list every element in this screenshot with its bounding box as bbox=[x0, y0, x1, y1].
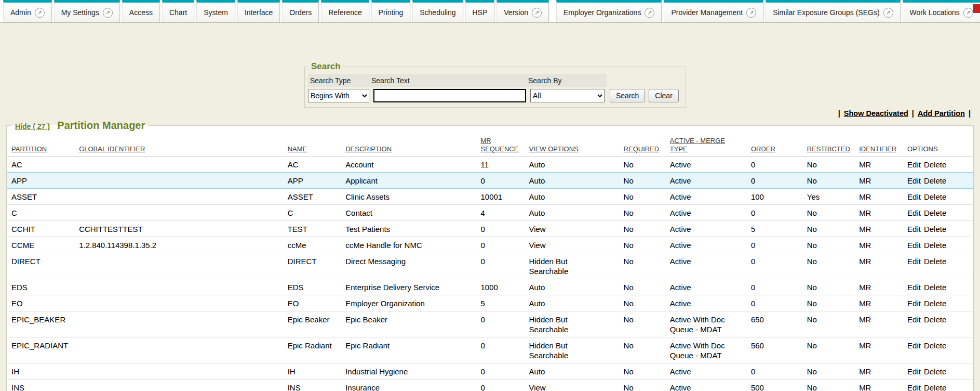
col-header-required[interactable]: REQUIRED bbox=[620, 133, 666, 157]
search-by-select[interactable]: All bbox=[530, 89, 605, 102]
col-header-restricted[interactable]: RESTRICTED bbox=[803, 133, 855, 157]
table-row-cchit[interactable]: CCHITCCHITTESTTESTTESTTest Patients0View… bbox=[7, 221, 973, 237]
col-header-name[interactable]: NAME bbox=[284, 133, 342, 157]
cell-text: Auto bbox=[529, 160, 545, 170]
delete-link[interactable]: Delete bbox=[924, 241, 946, 250]
cell-identifier: MR bbox=[855, 337, 903, 363]
edit-link[interactable]: Edit bbox=[907, 176, 921, 185]
edit-link[interactable]: Edit bbox=[907, 341, 921, 350]
add-partition-link[interactable]: Add Partition bbox=[918, 109, 965, 118]
delete-link[interactable]: Delete bbox=[924, 341, 946, 350]
show-deactivated-link[interactable]: Show Deactivated bbox=[844, 109, 908, 118]
search-button[interactable]: Search bbox=[610, 89, 645, 102]
tab-printing[interactable]: Printing bbox=[371, 0, 410, 22]
popout-icon[interactable]: ↗ bbox=[883, 8, 893, 18]
tab-label: Similar Exposure Groups (SEGs) bbox=[773, 8, 879, 17]
delete-link[interactable]: Delete bbox=[924, 283, 946, 292]
tab-reference[interactable]: Reference bbox=[321, 0, 369, 22]
table-row-ih[interactable]: IHIHIndustrial Hygiene0AutoNoActive0NoMR… bbox=[7, 363, 973, 380]
popout-icon[interactable]: ↗ bbox=[532, 8, 542, 18]
table-row-ins[interactable]: INSINSInsurance0ViewNoActive500NoMREditD… bbox=[7, 380, 973, 391]
table-row-epic-beaker[interactable]: EPIC_BEAKEREpic BeakerEpic Beaker0Hidden… bbox=[7, 311, 973, 337]
clear-button[interactable]: Clear bbox=[649, 89, 678, 102]
hide-link[interactable]: Hide ( 27 ) bbox=[15, 122, 50, 131]
tab-chart[interactable]: Chart bbox=[162, 0, 194, 22]
table-row-eds[interactable]: EDSEDSEnterprise Delivery Service1000Aut… bbox=[7, 279, 973, 295]
cell-partition: CCME bbox=[7, 237, 75, 253]
delete-link[interactable]: Delete bbox=[924, 176, 946, 185]
search-type-select[interactable]: Begins With bbox=[308, 89, 369, 102]
cell-options: EditDelete bbox=[903, 237, 973, 253]
tab-system[interactable]: System bbox=[196, 0, 235, 22]
delete-link[interactable]: Delete bbox=[924, 160, 946, 169]
cell-order: 0 bbox=[747, 157, 803, 173]
cell-order: 650 bbox=[747, 311, 803, 337]
delete-link[interactable]: Delete bbox=[924, 208, 946, 217]
edit-link[interactable]: Edit bbox=[907, 299, 921, 308]
edit-link[interactable]: Edit bbox=[907, 283, 921, 292]
tab-admin[interactable]: Admin↗ bbox=[3, 0, 52, 22]
tab-label: Access bbox=[129, 8, 153, 17]
tab-employer-organizations[interactable]: Employer Organizations↗ bbox=[556, 0, 662, 22]
col-header-order[interactable]: ORDER bbox=[747, 133, 803, 157]
tab-label: HSP bbox=[473, 8, 488, 17]
delete-link[interactable]: Delete bbox=[924, 257, 946, 266]
edit-link[interactable]: Edit bbox=[907, 257, 921, 266]
table-row-app[interactable]: APPAPPApplicant0AutoNoActive0NoMREditDel… bbox=[7, 173, 973, 189]
cell-order: 560 bbox=[747, 337, 803, 363]
cell-active_merge_type: Active bbox=[666, 253, 747, 279]
partition-manager-header: Hide ( 27 ) Partition Manager bbox=[11, 120, 149, 132]
delete-link[interactable]: Delete bbox=[924, 383, 946, 391]
edit-link[interactable]: Edit bbox=[907, 160, 921, 169]
col-header-global-identifier[interactable]: GLOBAL IDENTIFIER bbox=[75, 133, 284, 157]
popout-icon[interactable]: ↗ bbox=[746, 8, 756, 18]
tab-my-settings[interactable]: My Settings↗ bbox=[54, 0, 120, 22]
delete-link[interactable]: Delete bbox=[924, 315, 946, 324]
tab-work-locations[interactable]: Work Locations↗ bbox=[903, 0, 980, 22]
popout-icon[interactable]: ↗ bbox=[103, 8, 113, 18]
table-row-direct[interactable]: DIRECTDIRECTDirect Messaging0Hidden But … bbox=[7, 253, 973, 279]
tab-scheduling[interactable]: Scheduling bbox=[412, 0, 463, 22]
delete-link[interactable]: Delete bbox=[924, 367, 946, 376]
col-header-view-options[interactable]: VIEW OPTIONS bbox=[525, 133, 619, 157]
cell-description: Clinic Assets bbox=[341, 189, 476, 205]
edit-link[interactable]: Edit bbox=[907, 225, 921, 233]
cell-text: Auto bbox=[529, 176, 545, 186]
tab-interface[interactable]: Interface bbox=[237, 0, 280, 22]
edit-link[interactable]: Edit bbox=[907, 241, 921, 250]
col-header-mr-sequence[interactable]: MR SEQUENCE bbox=[476, 133, 525, 157]
cell-required: No bbox=[620, 221, 666, 237]
cell-text: Active bbox=[670, 176, 691, 186]
delete-link[interactable]: Delete bbox=[924, 192, 946, 201]
col-header-identifier[interactable]: IDENTIFIER bbox=[855, 133, 903, 157]
edit-link[interactable]: Edit bbox=[907, 367, 921, 376]
popout-icon[interactable]: ↗ bbox=[35, 8, 45, 18]
delete-link[interactable]: Delete bbox=[924, 225, 946, 233]
col-header-partition[interactable]: PARTITION bbox=[7, 133, 75, 157]
delete-link[interactable]: Delete bbox=[924, 299, 946, 308]
tab-version[interactable]: Version↗ bbox=[496, 0, 549, 22]
tab-access[interactable]: Access bbox=[122, 0, 160, 22]
table-row-c[interactable]: CCContact4AutoNoActive0NoMREditDelete bbox=[7, 205, 973, 221]
tab-provider-management[interactable]: Provider Management↗ bbox=[664, 0, 763, 22]
cell-mr_sequence: 10001 bbox=[476, 189, 525, 205]
edit-link[interactable]: Edit bbox=[907, 208, 921, 217]
separator: | bbox=[838, 109, 840, 118]
table-row-asset[interactable]: ASSETASSETClinic Assets10001AutoNoActive… bbox=[7, 189, 973, 205]
tab-orders[interactable]: Orders bbox=[282, 0, 319, 22]
table-row-eo[interactable]: EOEOEmployer Organization5AutoNoActive0N… bbox=[7, 295, 973, 311]
tab-hsp[interactable]: HSP bbox=[465, 0, 495, 22]
search-text-label: Search Text bbox=[371, 76, 528, 85]
table-row-ccme[interactable]: CCME1.2.840.114398.1.35.2ccMeccMe Handle… bbox=[7, 237, 973, 253]
edit-link[interactable]: Edit bbox=[907, 192, 921, 201]
popout-icon[interactable]: ↗ bbox=[963, 8, 973, 18]
search-text-input[interactable] bbox=[373, 89, 526, 102]
edit-link[interactable]: Edit bbox=[907, 315, 921, 324]
table-row-ac[interactable]: ACACAccount11AutoNoActive0NoMREditDelete bbox=[7, 157, 973, 173]
col-header-description[interactable]: DESCRIPTION bbox=[341, 133, 476, 157]
col-header-active-merge-type[interactable]: ACTIVE - MERGE TYPE bbox=[666, 133, 747, 157]
edit-link[interactable]: Edit bbox=[907, 383, 921, 391]
table-row-epic-radiant[interactable]: EPIC_RADIANTEpic RadiantEpic Radiant0Hid… bbox=[7, 337, 973, 363]
tab-similar-exposure-groups-segs[interactable]: Similar Exposure Groups (SEGs)↗ bbox=[766, 0, 900, 22]
popout-icon[interactable]: ↗ bbox=[645, 8, 654, 18]
